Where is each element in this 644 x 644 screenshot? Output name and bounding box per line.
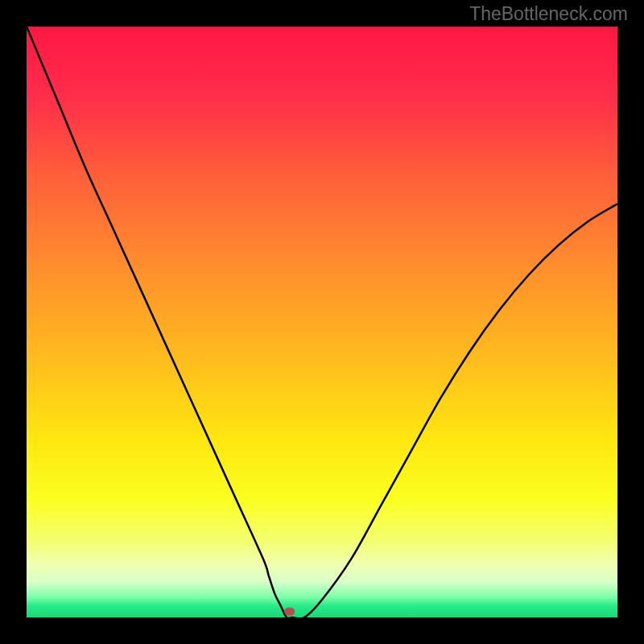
watermark-text: TheBottleneck.com xyxy=(469,3,628,25)
chart-svg xyxy=(0,0,644,644)
minimum-marker xyxy=(284,608,295,616)
chart-container: TheBottleneck.com xyxy=(0,0,644,644)
plot-area xyxy=(27,27,617,617)
